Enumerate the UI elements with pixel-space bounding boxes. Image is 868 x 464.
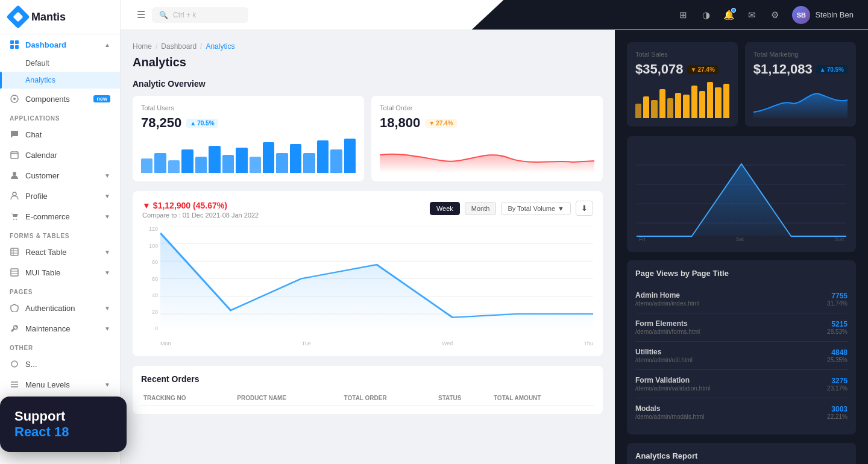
pv-count-2: 4848 [827,348,848,357]
svg-point-21 [11,361,17,367]
grid-view-button[interactable]: ⊞ [673,5,693,25]
sample-icon [10,359,19,369]
sidebar-sub-analytics[interactable]: Analytics [0,72,120,89]
search-icon: 🔍 [159,11,168,19]
dark-stat-sales: Total Sales $35,078 ▼ 27.4% [627,42,738,127]
pv-url-0: /demo/admin/index.html [635,300,827,307]
month-button[interactable]: Month [465,202,497,215]
download-button[interactable]: ⬇ [576,201,593,216]
sidebar-item-menu-levels[interactable]: Menu Levels ▼ [0,374,120,395]
avatar: SB [792,6,810,24]
header-dark-section: ⊞ ◑ 🔔 ✉ ⚙ SB S [472,0,868,30]
ecommerce-icon [10,212,19,221]
stat-orders-badge: ▼ 27.4% [425,119,456,128]
income-value: ▼ $1,12,900 (45.67%) [142,201,259,210]
sidebar-item-mui-table[interactable]: MUI Table ▼ [0,262,120,283]
sidebar-item-ecommerce[interactable]: E-commerce ▼ [0,206,120,227]
mui-table-chevron: ▼ [104,269,110,276]
marketing-value: $1,12,083 [753,61,813,77]
sales-value: $35,078 [635,61,684,77]
page-title: Analytics [133,55,603,69]
dark-header-icons: ⊞ ◑ 🔔 ✉ ⚙ SB S [673,4,858,27]
pv-url-3: /demo/admin/validation.html [635,385,827,392]
marketing-area-chart [753,82,848,118]
pv-count-0: 7755 [827,292,848,300]
messages-button[interactable]: ✉ [741,5,762,25]
breadcrumb-home[interactable]: Home [133,42,152,51]
sidebar-item-dashboard[interactable]: Dashboard ▲ [0,34,120,55]
analytics-report-title: Analytics Report [635,451,848,460]
col-status: STATUS [436,391,491,406]
logo-icon [6,5,30,29]
orders-area-chart [380,137,594,173]
pv-pct-4: 22.21% [827,413,848,420]
sidebar-item-calendar[interactable]: Calendar [0,145,120,165]
pv-pct-1: 28.53% [827,328,848,335]
menu-toggle-button[interactable]: ☰ [130,4,152,26]
marketing-badge: ▲ 70.5% [816,65,848,74]
analytic-overview-title: Analytic Overview [133,79,603,89]
chat-icon [10,130,19,139]
week-button[interactable]: Week [430,202,460,215]
header: ☰ 🔍 Ctrl + k ⊞ ◑ 🔔 ✉ [121,0,868,30]
sidebar-item-maintenance[interactable]: Maintenance ▼ [0,318,120,339]
sidebar-item-components[interactable]: Components new [0,89,120,109]
sidebar-item-sample[interactable]: S... [0,354,120,374]
page-view-item-0: Admin Home /demo/admin/index.html 7755 3… [635,285,848,313]
volume-select[interactable]: By Total Volume ▼ [501,202,571,215]
page-views-card: Page Views by Page Title Admin Home /dem… [627,260,856,434]
svg-point-10 [13,172,16,175]
stat-card-users: Total Users 78,250 ▲ 70.5% [133,96,364,181]
support-popup: Support React 18 [0,397,121,452]
income-compare: Compare to : 01 Dec 2021-08 Jan 2022 [142,212,259,219]
sidebar-sub-default[interactable]: Default [0,55,120,72]
col-tracking: TRACKING NO [141,391,234,406]
breadcrumb-dashboard[interactable]: Dashboard [161,42,197,51]
svg-rect-6 [11,152,18,158]
menu-levels-icon [10,380,19,389]
page-view-item-3: Form Validation /demo/admin/validation.h… [635,370,848,398]
income-header: ▼ $1,12,900 (45.67%) Compare to : 01 Dec… [142,201,593,219]
sidebar-item-customer[interactable]: Customer ▼ [0,165,120,186]
page-views-title: Page Views by Page Title [635,269,848,278]
customer-icon [10,171,19,180]
dark-stats-grid: Total Sales $35,078 ▼ 27.4% [627,42,856,127]
pv-title-3: Form Validation [635,376,827,384]
pv-pct-3: 23.17% [827,385,848,392]
dark-income-chart [637,146,846,242]
maintenance-icon [10,324,19,333]
grid-icon: ⊞ [679,10,687,20]
stat-users-badge: ▲ 70.5% [186,119,218,128]
pv-title-0: Admin Home [635,291,827,299]
user-name: Stebin Ben [815,10,854,19]
stat-orders-value-row: 18,800 ▼ 27.4% [380,115,594,131]
stats-grid: Total Users 78,250 ▲ 70.5% [133,96,603,181]
theme-toggle-button[interactable]: ◑ [696,5,716,25]
pv-title-2: Utilities [635,348,827,356]
sales-label: Total Sales [635,51,729,58]
search-bar[interactable]: 🔍 Ctrl + k [152,7,248,23]
sidebar-item-profile[interactable]: Profile ▼ [0,186,120,206]
profile-icon [10,191,19,201]
users-bar-chart [141,137,356,173]
dashboard-icon [10,40,19,49]
page-view-item-2: Utilities /demo/admin/util.html 4848 25.… [635,342,848,370]
components-icon [10,94,19,104]
sidebar-logo[interactable]: Mantis [0,0,120,34]
settings-button[interactable]: ⚙ [764,5,785,25]
recent-orders-card: Recent Orders TRACKING NO PRODUCT NAME T… [133,366,603,414]
sidebar-components-label: Components [25,95,70,104]
user-menu[interactable]: SB Stebin Ben [787,4,858,27]
sidebar-item-chat[interactable]: Chat [0,124,120,145]
svg-rect-14 [11,248,18,256]
search-placeholder: Ctrl + k [173,11,196,19]
calendar-icon [10,150,19,160]
stat-users-value: 78,250 [141,115,181,131]
sidebar-item-react-table[interactable]: React Table ▼ [0,242,120,262]
pv-count-4: 3003 [827,405,848,413]
notifications-button[interactable]: 🔔 [719,5,739,25]
stat-orders-value: 18,800 [380,115,420,131]
svg-point-13 [16,219,17,220]
sidebar-item-authentication[interactable]: Authentication ▼ [0,298,120,318]
breadcrumb: Home / Dashboard / Analytics [133,42,603,51]
